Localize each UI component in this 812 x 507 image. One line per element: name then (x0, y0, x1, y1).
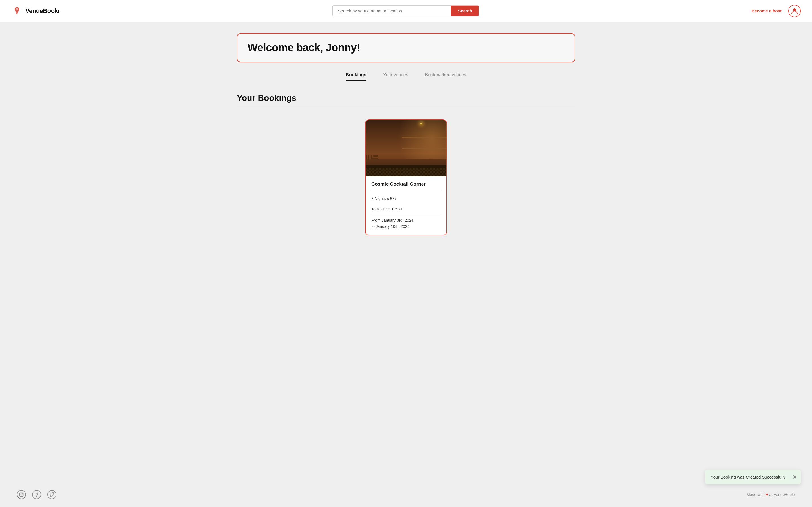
toast-message: Your Booking was Created Successfully! (711, 474, 786, 480)
svg-text:♦: ♦ (15, 8, 17, 11)
section-divider (237, 108, 575, 108)
toast-close-button[interactable]: ✕ (793, 474, 797, 480)
user-avatar[interactable] (788, 5, 801, 17)
logo-text: VenueBookr (26, 7, 60, 15)
card-body: Cosmic Cocktail Corner 7 Nights x £77 To… (366, 176, 446, 235)
venue-image (366, 120, 446, 176)
header-right: Become a host (751, 5, 801, 17)
search-input[interactable] (333, 6, 451, 16)
bookings-section-title: Your Bookings (237, 93, 575, 103)
svg-point-6 (22, 494, 22, 494)
card-total-price: Total Price: £ 539 (371, 204, 441, 214)
made-with-text: Made with (747, 492, 765, 497)
social-icons (17, 490, 56, 499)
instagram-icon[interactable] (17, 490, 26, 499)
card-venue-name: Cosmic Cocktail Corner (371, 181, 441, 190)
card-nights: 7 Nights x £77 (371, 193, 441, 204)
search-bar: Search (333, 5, 479, 16)
tab-bookings[interactable]: Bookings (346, 72, 366, 81)
svg-point-5 (20, 494, 22, 495)
logo-icon: ♦ (11, 5, 22, 17)
svg-rect-4 (19, 493, 23, 496)
logo[interactable]: ♦ VenueBookr (11, 5, 60, 17)
tab-your-venues[interactable]: Your venues (383, 72, 408, 81)
card-dates: From January 3rd, 2024 to January 10th, … (371, 214, 441, 230)
header: ♦ VenueBookr Search Become a host (0, 0, 812, 22)
credit-brand: at VenueBookr (769, 492, 795, 497)
tabs-nav: Bookings Your venues Bookmarked venues (237, 72, 575, 81)
booking-card[interactable]: Cosmic Cocktail Corner 7 Nights x £77 To… (365, 119, 447, 235)
footer: Made with ♥ at VenueBookr (0, 482, 812, 507)
footer-credit: Made with ♥ at VenueBookr (747, 492, 795, 497)
search-button[interactable]: Search (451, 6, 479, 16)
twitter-icon[interactable] (47, 490, 56, 499)
user-icon (791, 7, 799, 15)
welcome-banner: Welcome back, Jonny! (237, 33, 575, 62)
welcome-text: Welcome back, Jonny! (248, 42, 360, 54)
main-content: Welcome back, Jonny! Bookings Your venue… (220, 22, 592, 247)
bookings-grid: Cosmic Cocktail Corner 7 Nights x £77 To… (237, 119, 575, 235)
bookings-section: Your Bookings (237, 93, 575, 235)
facebook-icon[interactable] (32, 490, 41, 499)
tab-bookmarked-venues[interactable]: Bookmarked venues (425, 72, 466, 81)
heart-icon: ♥ (766, 492, 768, 497)
become-host-link[interactable]: Become a host (751, 8, 781, 13)
